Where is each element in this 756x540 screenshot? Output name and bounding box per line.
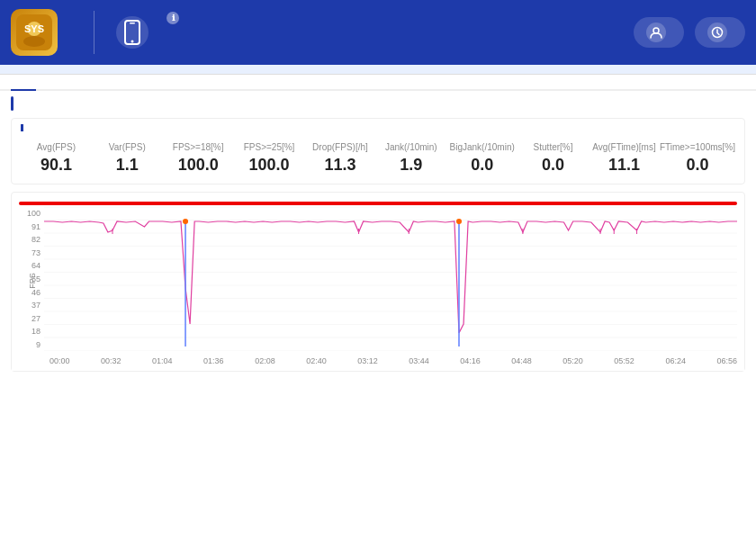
x-label-7: 03:44 [409,356,429,365]
phone-icon [124,20,140,45]
stat-col-5: Jank(/10min) 1.9 [375,142,446,175]
tab-overview[interactable] [11,75,36,91]
tab-cpu[interactable] [61,75,86,91]
fps-chart-svg [44,207,737,351]
stat-header-9: FTime>=100ms[%] [660,142,735,152]
x-label-11: 05:52 [614,356,634,365]
notes-bar[interactable] [0,65,756,75]
fps-stats-grid: Avg(FPS) 90.1Var(FPS) 1.1FPS>=18[%] 100.… [12,137,744,184]
y-label-10: 9 [19,340,40,349]
duration-button[interactable] [695,17,745,48]
stat-col-6: BigJank(/10min) 0.0 [446,142,518,175]
tab-fps[interactable] [36,75,61,91]
stat-col-1: Var(FPS) 1.1 [92,142,163,175]
y-label-3: 73 [19,248,40,257]
x-label-1: 00:32 [101,356,122,365]
x-label-8: 04:16 [460,356,481,365]
stat-value-0: 90.1 [21,156,92,175]
stat-col-3: FPS>=25[%] 100.0 [234,142,305,175]
stat-value-6: 0.0 [446,156,518,175]
device-name-row: ℹ [163,12,179,24]
x-label-4: 02:08 [255,356,275,365]
chart-body: FPS [44,207,737,355]
stat-col-8: Avg(FTime)[ms] 11.1 [589,142,660,175]
x-label-9: 04:48 [511,356,532,365]
y-label-0: 100 [19,209,40,218]
stat-value-5: 1.9 [375,156,446,175]
overview-section [11,96,745,111]
device-icon-box [116,16,148,49]
device-detail [163,24,179,53]
stat-value-2: 100.0 [163,156,234,175]
clock-icon [707,22,727,42]
stat-col-9: FTime>=100ms[%] 0.0 [660,142,735,175]
svg-point-2 [23,36,45,47]
stat-value-1: 1.1 [92,156,163,175]
y-label-2: 82 [19,235,40,244]
stat-header-5: Jank(/10min) [375,142,446,152]
y-label-8: 27 [19,314,40,323]
app-icon: SYS [11,9,58,56]
y-label-1: 91 [19,222,40,231]
svg-rect-6 [130,22,135,24]
stat-value-3: 100.0 [234,156,305,175]
y-axis-title: FPS [28,273,37,289]
fps-line [44,221,737,333]
info-icon[interactable]: ℹ [166,12,179,24]
x-label-5: 02:40 [306,356,327,365]
creator-icon [646,22,666,42]
x-label-0: 00:00 [50,356,70,365]
x-label-2: 01:04 [152,356,173,365]
stat-header-8: Avg(FTime)[ms] [589,142,660,152]
fps-stats-section: Avg(FPS) 90.1Var(FPS) 1.1FPS>=18[%] 100.… [11,118,745,184]
tabs-bar [0,75,756,91]
tab-battery[interactable] [162,75,187,91]
x-label-10: 05:20 [562,356,583,365]
stat-value-9: 0.0 [660,156,735,175]
stat-col-2: FPS>=18[%] 100.0 [163,142,234,175]
x-label-6: 03:12 [357,356,378,365]
stat-header-2: FPS>=18[%] [163,142,234,152]
spike-dot-2 [456,219,462,224]
x-axis: 00:0000:3201:0401:3602:0802:4003:1203:44… [19,355,737,367]
stat-value-4: 11.3 [305,156,376,175]
fps-section-label [21,124,735,131]
stat-header-4: Drop(FPS)[/h] [305,142,376,152]
x-label-12: 06:24 [665,356,686,365]
creator-button[interactable] [634,17,684,48]
fps-chart-area: 1009182736455463727189 FPS [11,192,745,372]
stat-header-0: Avg(FPS) [21,142,92,152]
stat-header-3: FPS>=25[%] [234,142,305,152]
x-label-13: 06:56 [716,356,737,365]
y-label-4: 64 [19,261,40,270]
tab-memory[interactable] [86,75,112,91]
stat-header-6: BigJank(/10min) [446,142,518,152]
y-label-7: 37 [19,301,40,310]
x-label-3: 01:36 [203,356,224,365]
svg-point-5 [131,40,134,43]
stat-header-7: Stutter[%] [518,142,589,152]
svg-text:SYS: SYS [24,23,44,34]
tab-gpu[interactable] [112,75,137,91]
chart-svg-wrap: 1009182736455463727189 FPS [19,207,737,355]
tab-network[interactable] [137,75,162,91]
svg-point-7 [653,28,659,33]
chart-container: 1009182736455463727189 FPS [12,198,744,371]
stat-value-7: 0.0 [518,156,589,175]
y-label-6: 46 [19,288,40,297]
stat-col-0: Avg(FPS) 90.1 [21,142,92,175]
stat-header-1: Var(FPS) [92,142,163,152]
stat-value-8: 11.1 [589,156,660,175]
stat-col-4: Drop(FPS)[/h] 11.3 [305,142,376,175]
y-label-9: 18 [19,327,40,336]
app-header: SYS ℹ [0,0,756,65]
chart-legend [19,202,737,205]
overview-title-bar [11,96,14,111]
stat-col-7: Stutter[%] 0.0 [518,142,589,175]
header-divider-1 [94,11,94,54]
device-info: ℹ [163,12,179,53]
spike-dot-1 [183,219,188,224]
header-right [634,17,745,48]
